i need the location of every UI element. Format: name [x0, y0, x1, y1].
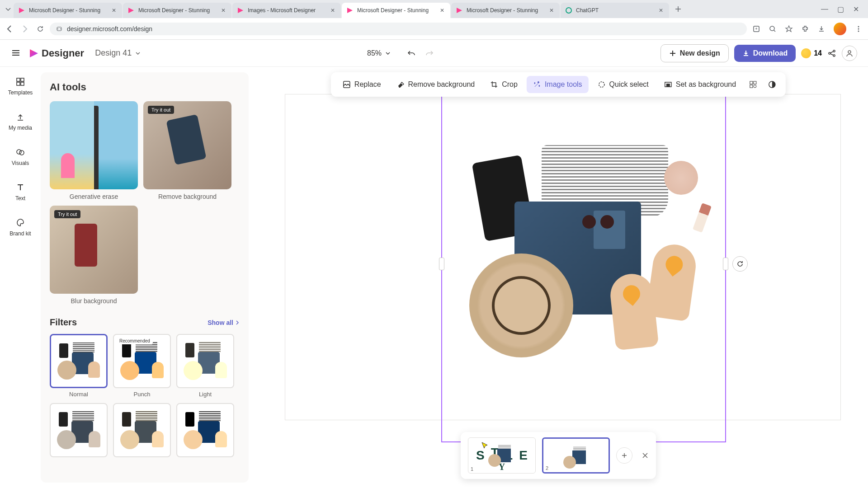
browser-tab-active[interactable]: Microsoft Designer - Stunning ✕: [342, 3, 450, 18]
rail-label: Brand kit: [9, 230, 31, 237]
extensions-icon[interactable]: [801, 25, 809, 33]
filter-punch[interactable]: Recommended Punch: [113, 334, 171, 398]
site-info-icon[interactable]: [56, 26, 62, 32]
profile-avatar[interactable]: [834, 23, 846, 35]
browser-tab[interactable]: Images - Microsoft Designer ✕: [232, 3, 341, 18]
rail-brand-kit[interactable]: Brand kit: [4, 213, 37, 241]
rail-text[interactable]: Text: [4, 178, 37, 206]
show-all-link[interactable]: Show all: [208, 319, 240, 326]
image-tools-button[interactable]: Image tools: [527, 76, 589, 93]
designer-logo[interactable]: Designer: [29, 47, 84, 59]
filter-option[interactable]: [113, 403, 171, 457]
reload-icon[interactable]: [36, 25, 44, 33]
color-extract-icon[interactable]: [745, 76, 761, 93]
filter-label: Normal: [50, 391, 108, 398]
close-page-strip-icon[interactable]: [642, 452, 649, 459]
ai-tool-remove-background[interactable]: Try it out Remove background: [143, 101, 231, 200]
svg-point-2: [60, 28, 61, 29]
rail-visuals[interactable]: Visuals: [4, 143, 37, 171]
canvas-area[interactable]: Replace Remove background Crop Image too…: [249, 67, 868, 488]
remove-background-button[interactable]: Remove background: [390, 76, 481, 93]
share-icon[interactable]: [827, 49, 836, 58]
side-panel: AI tools Try it out Generative erase Try…: [41, 72, 249, 483]
replace-label: Replace: [354, 80, 381, 89]
browser-tab[interactable]: ChatGPT ✕: [561, 3, 669, 18]
minimize-icon[interactable]: —: [821, 5, 828, 14]
set-as-background-button[interactable]: Set as background: [658, 76, 742, 93]
magic-wand-icon: [533, 80, 541, 89]
credits-counter[interactable]: 14: [801, 48, 822, 58]
close-icon[interactable]: ✕: [657, 7, 665, 14]
upload-icon: [15, 112, 25, 122]
image-tools-label: Image tools: [545, 80, 582, 89]
bookmark-icon[interactable]: [785, 25, 793, 33]
tab-list-menu-icon[interactable]: [4, 5, 13, 14]
rail-templates[interactable]: Templates: [4, 72, 37, 100]
close-icon[interactable]: ✕: [439, 7, 446, 14]
new-tab-button[interactable]: [672, 3, 684, 15]
add-page-button[interactable]: [616, 447, 632, 464]
downloads-icon[interactable]: [817, 25, 826, 33]
zoom-icon[interactable]: [769, 25, 777, 33]
browser-tab[interactable]: Microsoft Designer - Stunning ✕: [451, 3, 560, 18]
crop-icon: [490, 80, 498, 89]
filter-label: Punch: [113, 391, 171, 398]
svg-point-7: [858, 28, 859, 29]
url-field[interactable]: designer.microsoft.com/design: [50, 23, 747, 35]
browser-tab[interactable]: Microsoft Designer - Stunning ✕: [14, 3, 122, 18]
menu-icon[interactable]: [854, 25, 863, 33]
ai-tool-blur-background[interactable]: Try it out Blur background: [50, 206, 138, 305]
designer-logo-icon: [29, 48, 39, 58]
ai-tool-generative-erase[interactable]: Try it out Generative erase: [50, 101, 138, 200]
rotate-icon: [736, 260, 744, 268]
url-text: designer.microsoft.com/design: [67, 25, 152, 33]
install-app-icon[interactable]: [752, 25, 760, 33]
filter-normal[interactable]: Normal: [50, 334, 108, 398]
hamburger-menu-icon[interactable]: [11, 48, 22, 59]
quick-select-button[interactable]: Quick select: [591, 76, 655, 93]
svg-point-12: [848, 51, 851, 53]
templates-icon: [15, 77, 25, 87]
back-icon[interactable]: [5, 25, 14, 33]
artboard[interactable]: [285, 94, 841, 420]
close-icon[interactable]: ✕: [548, 7, 555, 14]
undo-icon[interactable]: [407, 49, 416, 58]
resize-handle-right[interactable]: [723, 258, 728, 270]
ai-tool-label: Generative erase: [50, 193, 138, 200]
flatlay-image[interactable]: [456, 145, 712, 353]
filter-light[interactable]: Light: [176, 334, 234, 398]
account-avatar[interactable]: [842, 46, 857, 61]
filter-option[interactable]: [50, 403, 108, 457]
design-title-dropdown[interactable]: Design 41: [95, 48, 141, 58]
close-window-icon[interactable]: ✕: [853, 5, 859, 14]
resize-handle-left[interactable]: [439, 258, 444, 270]
rotate-handle[interactable]: [732, 256, 748, 272]
selection-box[interactable]: [441, 85, 726, 442]
download-button[interactable]: Download: [734, 45, 796, 62]
redo-icon: [425, 49, 434, 58]
page-thumbnail-1[interactable]: S T L E Y 1: [468, 437, 536, 474]
maximize-icon[interactable]: ▢: [837, 5, 844, 14]
close-icon[interactable]: ✕: [110, 7, 118, 14]
svg-point-26: [754, 85, 756, 88]
tab-title: Microsoft Designer - Stunning: [29, 7, 107, 14]
close-icon[interactable]: ✕: [220, 7, 227, 14]
browser-tab[interactable]: Microsoft Designer - Stunning ✕: [123, 3, 231, 18]
svg-rect-25: [750, 85, 753, 88]
crop-button[interactable]: Crop: [484, 76, 524, 93]
zoom-control[interactable]: 85%: [367, 49, 391, 57]
rail-label: My media: [9, 125, 32, 131]
new-design-button[interactable]: New design: [660, 44, 729, 62]
rail-my-media[interactable]: My media: [4, 108, 37, 136]
context-toolbar: Replace Remove background Crop Image too…: [331, 72, 786, 97]
filter-option[interactable]: [176, 403, 234, 457]
opacity-icon[interactable]: [764, 76, 780, 93]
designer-favicon-icon: [456, 7, 463, 14]
svg-point-9: [829, 52, 830, 54]
svg-rect-22: [666, 84, 670, 87]
replace-button[interactable]: Replace: [336, 76, 387, 93]
close-icon[interactable]: ✕: [329, 7, 336, 14]
page-thumbnail-2[interactable]: 2: [542, 437, 610, 474]
zoom-value: 85%: [367, 49, 382, 57]
svg-point-20: [599, 82, 604, 87]
